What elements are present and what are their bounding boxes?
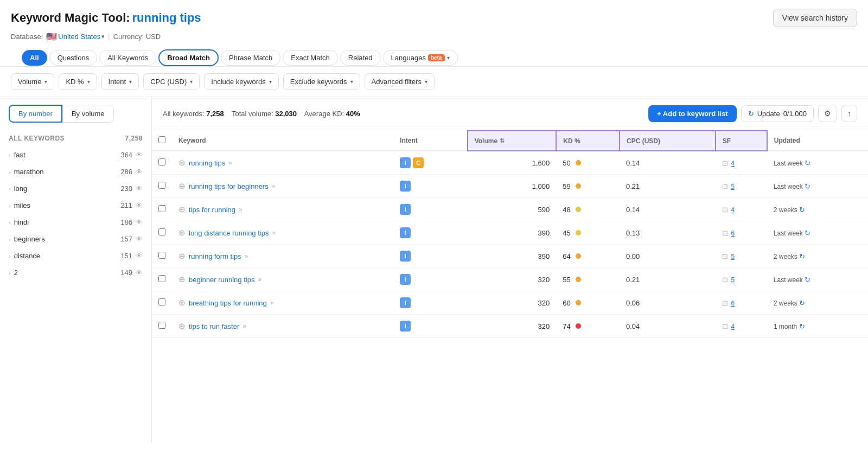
- total-volume-value: 32,030: [275, 110, 297, 118]
- tab-all-keywords[interactable]: All Keywords: [99, 50, 156, 66]
- row-checkbox[interactable]: [158, 158, 165, 165]
- sf-serp-icon[interactable]: ⊡: [722, 206, 728, 214]
- volume-cell: 390: [468, 245, 557, 268]
- sidebar-item[interactable]: › hindi 186 👁: [0, 214, 151, 231]
- row-checkbox[interactable]: [158, 275, 165, 282]
- advanced-filters-button[interactable]: Advanced filters ▾: [365, 73, 435, 90]
- sf-serp-icon[interactable]: ⊡: [722, 159, 728, 167]
- sf-number[interactable]: 5: [731, 253, 735, 260]
- row-checkbox[interactable]: [158, 322, 165, 329]
- select-all-checkbox[interactable]: [158, 136, 165, 143]
- eye-icon[interactable]: 👁: [136, 168, 143, 176]
- eye-icon[interactable]: 👁: [136, 269, 143, 277]
- by-number-button[interactable]: By number: [9, 105, 62, 123]
- refresh-row-icon[interactable]: ↻: [799, 252, 805, 260]
- keyword-link[interactable]: ⊕ beginner running tips »: [178, 275, 387, 284]
- add-to-keyword-list-button[interactable]: + Add to keyword list: [648, 105, 737, 122]
- tab-broad-match[interactable]: Broad Match: [158, 49, 219, 66]
- kd-cell: 64: [556, 245, 620, 268]
- updated-cell: 2 weeks ↻: [767, 291, 868, 315]
- include-chevron-icon: ▾: [269, 79, 272, 85]
- sf-serp-icon[interactable]: ⊡: [722, 229, 728, 237]
- sf-number[interactable]: 4: [731, 323, 735, 330]
- sidebar-item[interactable]: › distance 151 👁: [0, 247, 151, 264]
- sidebar-item[interactable]: › fast 364 👁: [0, 146, 151, 163]
- refresh-row-icon[interactable]: ↻: [805, 182, 810, 190]
- eye-icon[interactable]: 👁: [136, 235, 143, 243]
- sf-serp-icon[interactable]: ⊡: [722, 322, 728, 330]
- sf-number[interactable]: 5: [731, 276, 735, 284]
- sidebar-item[interactable]: › beginners 157 👁: [0, 231, 151, 247]
- volume-cell: 390: [468, 221, 557, 245]
- refresh-row-icon[interactable]: ↻: [799, 322, 805, 330]
- tab-related[interactable]: Related: [340, 50, 381, 66]
- sidebar-item[interactable]: › miles 211 👁: [0, 197, 151, 214]
- keyword-link[interactable]: ⊕ running form tips »: [178, 251, 387, 261]
- sidebar-item[interactable]: › long 230 👁: [0, 180, 151, 197]
- intent-badge: I: [400, 274, 411, 285]
- export-button[interactable]: ↑: [841, 105, 857, 122]
- expand-icon: ›: [9, 186, 11, 192]
- cpc-cell: 0.21: [620, 268, 716, 291]
- cpc-cell: 0.13: [620, 221, 716, 245]
- row-checkbox[interactable]: [158, 182, 165, 189]
- by-volume-button[interactable]: By volume: [62, 105, 114, 123]
- volume-filter-button[interactable]: Volume ▾: [11, 73, 54, 90]
- sf-col-header: SF: [716, 131, 767, 151]
- exclude-keywords-button[interactable]: Exclude keywords ▾: [283, 73, 360, 90]
- database-label: Database:: [11, 33, 43, 41]
- sf-serp-icon[interactable]: ⊡: [722, 252, 728, 260]
- update-button[interactable]: ↻ Update 0/1,000: [741, 105, 814, 122]
- tab-phrase-match[interactable]: Phrase Match: [221, 50, 280, 66]
- row-checkbox[interactable]: [158, 298, 165, 305]
- tab-all[interactable]: All: [22, 50, 47, 66]
- sf-serp-icon[interactable]: ⊡: [722, 299, 728, 307]
- intent-cell: I: [393, 221, 468, 245]
- eye-icon[interactable]: 👁: [136, 201, 143, 209]
- view-history-button[interactable]: View search history: [773, 9, 857, 27]
- sf-number[interactable]: 6: [731, 230, 735, 237]
- refresh-row-icon[interactable]: ↻: [799, 206, 805, 214]
- eye-icon[interactable]: 👁: [136, 151, 143, 159]
- updated-text: 1 month: [774, 323, 797, 330]
- sf-number[interactable]: 5: [731, 183, 735, 190]
- keyword-text: tips for running: [189, 206, 235, 214]
- sf-number[interactable]: 4: [731, 206, 735, 214]
- eye-icon[interactable]: 👁: [136, 184, 143, 193]
- keyword-link[interactable]: ⊕ running tips for beginners »: [178, 181, 387, 191]
- updated-cell: Last week ↻: [767, 268, 868, 291]
- keyword-link[interactable]: ⊕ tips to run faster »: [178, 321, 387, 331]
- refresh-row-icon[interactable]: ↻: [805, 276, 810, 284]
- intent-filter-button[interactable]: Intent ▾: [101, 73, 139, 90]
- row-checkbox[interactable]: [158, 228, 165, 235]
- expand-icon: ›: [9, 253, 11, 259]
- volume-col-header[interactable]: Volume ⇅: [468, 131, 557, 151]
- kd-filter-button[interactable]: KD % ▾: [59, 73, 97, 90]
- cpc-filter-button[interactable]: CPC (USD) ▾: [143, 73, 200, 90]
- kd-value: 55: [563, 276, 570, 284]
- keyword-link[interactable]: ⊕ breathing tips for running »: [178, 298, 387, 308]
- sf-serp-icon[interactable]: ⊡: [722, 182, 728, 190]
- tab-languages[interactable]: Languages beta ▾: [383, 50, 458, 66]
- include-keywords-button[interactable]: Include keywords ▾: [204, 73, 278, 90]
- sf-number[interactable]: 4: [731, 160, 735, 167]
- row-checkbox[interactable]: [158, 252, 165, 259]
- row-checkbox-cell: [152, 268, 172, 291]
- eye-icon[interactable]: 👁: [136, 252, 143, 260]
- refresh-row-icon[interactable]: ↻: [805, 229, 810, 237]
- eye-icon[interactable]: 👁: [136, 218, 143, 226]
- refresh-row-icon[interactable]: ↻: [799, 299, 805, 307]
- tab-questions[interactable]: Questions: [49, 50, 98, 66]
- refresh-row-icon[interactable]: ↻: [805, 159, 810, 167]
- database-select[interactable]: 🇺🇸 United States ▾: [46, 31, 105, 42]
- keyword-link[interactable]: ⊕ running tips »: [178, 158, 387, 168]
- sidebar-item[interactable]: › marathon 286 👁: [0, 163, 151, 180]
- keyword-link[interactable]: ⊕ tips for running »: [178, 205, 387, 214]
- tab-exact-match[interactable]: Exact Match: [283, 50, 338, 66]
- sidebar-item[interactable]: › 2 149 👁: [0, 264, 151, 281]
- keyword-link[interactable]: ⊕ long distance running tips »: [178, 228, 387, 238]
- row-checkbox[interactable]: [158, 205, 165, 212]
- sf-serp-icon[interactable]: ⊡: [722, 276, 728, 284]
- settings-button[interactable]: ⚙: [818, 105, 837, 122]
- sf-number[interactable]: 6: [731, 300, 735, 307]
